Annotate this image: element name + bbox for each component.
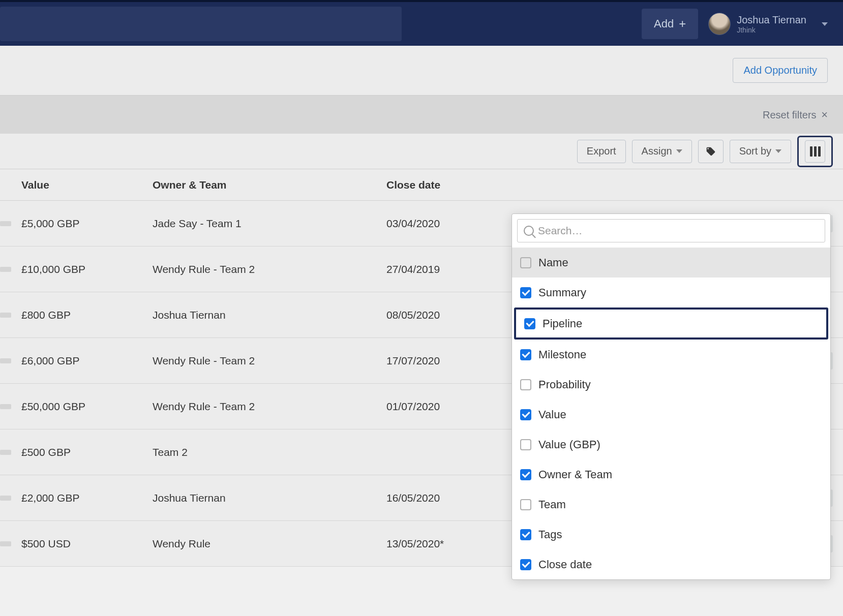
col-header-close[interactable]: Close date — [386, 179, 843, 191]
global-search[interactable] — [0, 7, 402, 41]
dropdown-item-label: Name — [538, 256, 568, 269]
dropdown-items: NameSummaryPipelineMilestoneProbabilityV… — [512, 248, 830, 579]
add-opportunity-button[interactable]: Add Opportunity — [733, 58, 828, 83]
assign-label: Assign — [642, 145, 672, 157]
cell-value: $500 USD — [0, 538, 153, 550]
dropdown-item[interactable]: Tags — [512, 519, 830, 549]
drag-handle-icon[interactable] — [0, 450, 11, 455]
checkbox[interactable] — [520, 409, 531, 420]
cell-owner: Wendy Rule - Team 2 — [153, 263, 386, 275]
table-header: Value Owner & Team Close date — [0, 169, 843, 201]
filter-bar: Reset filters × — [0, 96, 843, 134]
drag-handle-icon[interactable] — [0, 496, 11, 501]
drag-handle-icon[interactable] — [0, 358, 11, 363]
dropdown-item-label: Milestone — [538, 348, 586, 361]
checkbox[interactable] — [524, 318, 535, 329]
reset-filters-label: Reset filters — [763, 109, 817, 120]
dropdown-item[interactable]: Name — [512, 248, 830, 278]
drag-handle-icon[interactable] — [0, 404, 11, 409]
cell-value: £500 GBP — [0, 446, 153, 458]
cell-owner: Jade Say - Team 1 — [153, 218, 386, 230]
checkbox[interactable] — [520, 439, 531, 450]
cell-owner: Joshua Tiernan — [153, 309, 386, 321]
dropdown-item-label: Pipeline — [543, 317, 582, 330]
avatar — [708, 13, 731, 35]
drag-handle-icon[interactable] — [0, 541, 11, 546]
cell-owner: Joshua Tiernan — [153, 492, 386, 504]
drag-handle-icon[interactable] — [0, 267, 11, 272]
dropdown-item[interactable]: Close date — [512, 549, 830, 579]
dropdown-search[interactable] — [517, 219, 825, 242]
dropdown-search-input[interactable] — [538, 225, 819, 237]
checkbox[interactable] — [520, 529, 531, 540]
dropdown-item[interactable]: Summary — [512, 278, 830, 307]
dropdown-item[interactable]: Value (GBP) — [512, 429, 830, 459]
dropdown-item[interactable]: Pipeline — [514, 307, 828, 340]
col-header-value[interactable]: Value — [0, 179, 153, 191]
add-button[interactable]: Add + — [642, 9, 698, 39]
cell-owner: Wendy Rule - Team 2 — [153, 355, 386, 367]
top-bar: Add + Joshua Tiernan Jthink — [0, 0, 843, 46]
user-text: Joshua Tiernan Jthink — [737, 14, 806, 35]
checkbox[interactable] — [520, 499, 531, 510]
close-icon: × — [821, 108, 828, 121]
cell-value: £2,000 GBP — [0, 492, 153, 504]
cell-value: £800 GBP — [0, 309, 153, 321]
sort-by-button[interactable]: Sort by — [730, 140, 791, 163]
export-button[interactable]: Export — [577, 140, 626, 163]
dropdown-item-label: Value (GBP) — [538, 438, 600, 451]
add-button-label: Add — [654, 17, 674, 30]
sub-header: Add Opportunity — [0, 46, 843, 96]
drag-handle-icon[interactable] — [0, 313, 11, 318]
dropdown-item[interactable]: Team — [512, 489, 830, 519]
checkbox[interactable] — [520, 469, 531, 480]
columns-icon — [810, 146, 821, 157]
dropdown-item[interactable]: Owner & Team — [512, 459, 830, 489]
cell-owner: Wendy Rule — [153, 538, 386, 550]
col-header-owner[interactable]: Owner & Team — [153, 179, 386, 191]
chevron-down-icon — [775, 149, 781, 153]
checkbox[interactable] — [520, 559, 531, 570]
assign-button[interactable]: Assign — [632, 140, 692, 163]
dropdown-item-label: Probability — [538, 378, 591, 391]
dropdown-item[interactable]: Value — [512, 399, 830, 429]
chevron-down-icon — [822, 22, 828, 26]
reset-filters[interactable]: Reset filters × — [763, 108, 828, 121]
dropdown-item-label: Close date — [538, 558, 592, 571]
dropdown-item-label: Value — [538, 408, 566, 421]
plus-icon: + — [679, 17, 686, 31]
columns-button[interactable] — [797, 136, 833, 167]
user-org: Jthink — [737, 26, 806, 35]
dropdown-item-label: Team — [538, 498, 566, 511]
user-name: Joshua Tiernan — [737, 14, 806, 26]
dropdown-item[interactable]: Probability — [512, 369, 830, 399]
cell-value: £50,000 GBP — [0, 401, 153, 413]
drag-handle-icon[interactable] — [0, 221, 11, 226]
dropdown-item-label: Tags — [538, 528, 562, 541]
checkbox[interactable] — [520, 349, 531, 360]
tag-icon — [706, 146, 716, 157]
cell-owner: Team 2 — [153, 446, 386, 458]
sort-by-label: Sort by — [739, 145, 771, 157]
dropdown-item[interactable]: Milestone — [512, 340, 830, 369]
checkbox[interactable] — [520, 257, 531, 268]
cell-owner: Wendy Rule - Team 2 — [153, 401, 386, 413]
search-icon — [524, 226, 534, 236]
tag-button[interactable] — [698, 140, 724, 163]
dropdown-item-label: Summary — [538, 286, 586, 299]
columns-dropdown: NameSummaryPipelineMilestoneProbabilityV… — [511, 213, 831, 580]
toolbar: Export Assign Sort by — [0, 134, 843, 169]
dropdown-item-label: Owner & Team — [538, 468, 612, 481]
cell-value: £6,000 GBP — [0, 355, 153, 367]
user-menu[interactable]: Joshua Tiernan Jthink — [708, 13, 828, 35]
chevron-down-icon — [676, 149, 682, 153]
checkbox[interactable] — [520, 379, 531, 390]
cell-value: £10,000 GBP — [0, 263, 153, 275]
checkbox[interactable] — [520, 287, 531, 298]
cell-value: £5,000 GBP — [0, 218, 153, 230]
